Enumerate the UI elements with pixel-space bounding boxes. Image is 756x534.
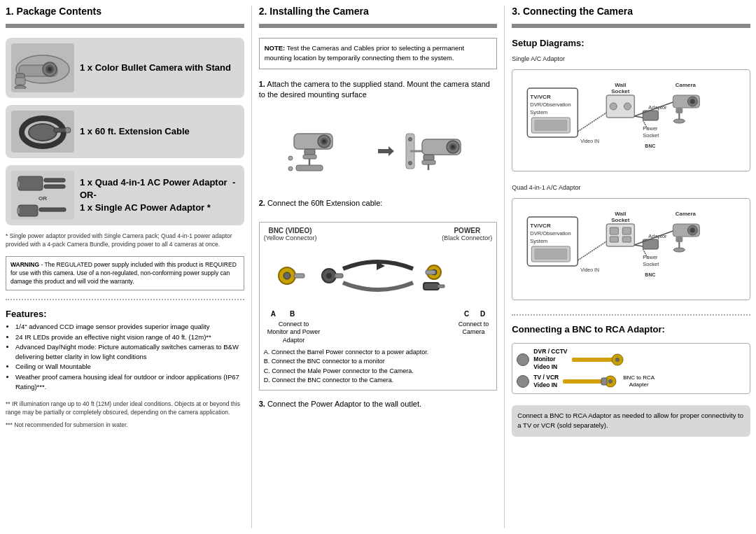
- divider-col2-col3: [504, 6, 505, 528]
- item-adaptor-label: 1 x Quad 4-in-1 AC Power Adaptor -OR-1 x…: [80, 176, 239, 215]
- svg-point-105: [674, 248, 685, 252]
- camera-mount-svg: [284, 120, 368, 183]
- cable-illustration: [264, 244, 493, 307]
- connector-b: B: [290, 310, 295, 318]
- svg-rect-17: [18, 205, 38, 216]
- divider-1: [6, 299, 244, 300]
- svg-rect-95: [623, 237, 631, 242]
- svg-rect-44: [294, 274, 304, 278]
- svg-text:Wall: Wall: [615, 82, 626, 88]
- svg-rect-19: [17, 208, 20, 213]
- svg-rect-87: [535, 248, 568, 260]
- svg-rect-18: [39, 208, 66, 211]
- svg-rect-24: [304, 149, 315, 155]
- col1-header-bar: [6, 24, 244, 28]
- svg-point-36: [451, 146, 455, 149]
- bnc-row-dvr: DVR / CCTVMonitorVideo IN: [517, 348, 746, 371]
- features-section: Features: 1/4" advanced CCD image sensor…: [6, 309, 244, 392]
- features-list: 1/4" advanced CCD image sensor provides …: [6, 322, 244, 392]
- instruction-d: D. Connect the BNC connector to the Came…: [264, 376, 493, 386]
- install-step-1: 1. Attach the camera to the supplied sta…: [259, 79, 498, 101]
- col1-footnote2: ** IR illumination range up to 40 ft (12…: [6, 400, 244, 417]
- svg-rect-13: [18, 176, 43, 190]
- svg-rect-118: [601, 378, 607, 385]
- svg-text:Video IN: Video IN: [581, 267, 600, 272]
- camera-install-illustration: [259, 113, 498, 190]
- svg-text:System: System: [531, 238, 548, 244]
- quad-adaptor-icon: [15, 173, 71, 194]
- feature-item: Advanced Day/Night mode: Picture automat…: [15, 342, 244, 363]
- setup-diagrams-title: Setup Diagrams:: [512, 38, 750, 48]
- camera-image: [11, 43, 74, 92]
- svg-point-43: [284, 272, 290, 279]
- install-step-3: 3. Connect the Power Adaptor to the wall…: [259, 399, 498, 409]
- svg-point-64: [610, 103, 617, 110]
- camera-icon: [13, 47, 73, 89]
- svg-point-12: [65, 127, 71, 133]
- col1-footnote3: *** Not recommended for submersion in wa…: [6, 421, 244, 430]
- svg-text:Camera: Camera: [676, 211, 696, 217]
- adaptor-image: OR: [11, 171, 74, 220]
- bnc-sub: (Yellow Connector): [264, 234, 317, 241]
- instruction-b: B. Connect the BNC connector to a monito…: [264, 357, 493, 367]
- item-cable-label: 1 x 60 ft. Extension Cable: [80, 125, 190, 138]
- cable-image: [11, 111, 74, 153]
- item-camera-label: 1 x Color Bullet Camera with Stand: [80, 62, 231, 74]
- note-label: NOTE:: [265, 44, 286, 52]
- svg-text:Socket: Socket: [643, 261, 660, 267]
- single-adaptor-icon: [15, 203, 71, 218]
- cable-icon: [13, 113, 73, 151]
- svg-rect-92: [610, 227, 619, 234]
- svg-text:DVR/Observation: DVR/Observation: [531, 230, 571, 237]
- svg-text:Socket: Socket: [643, 132, 660, 139]
- svg-rect-94: [610, 237, 619, 242]
- svg-point-114: [615, 358, 620, 362]
- svg-rect-52: [424, 283, 439, 290]
- bnc-row-tvcr: TV / VCRVideo IN BNC to RCAAdapter: [517, 374, 746, 389]
- svg-marker-30: [378, 146, 394, 156]
- svg-line-110: [635, 245, 643, 246]
- cable-labels: BNC (VIDEO) (Yellow Connector) POWER (Bl…: [264, 227, 493, 241]
- svg-text:System: System: [531, 109, 548, 115]
- bnc-rca-description: Connect a BNC to RCA Adaptor as needed t…: [517, 412, 743, 429]
- features-title: Features:: [6, 309, 244, 319]
- svg-point-117: [608, 379, 612, 384]
- svg-text:DVR/Observation: DVR/Observation: [531, 101, 571, 108]
- col2-title: 2. Installing the Camera: [259, 6, 498, 17]
- svg-text:Video IN: Video IN: [581, 139, 600, 143]
- cable-connect-labels: Connect toMonitor and PowerAdaptor Conne…: [264, 321, 493, 345]
- feature-item: 1/4" advanced CCD image sensor provides …: [15, 322, 244, 332]
- feature-item: Ceiling or Wall Mountable: [15, 362, 244, 372]
- svg-point-72: [690, 99, 695, 104]
- svg-rect-37: [424, 155, 434, 160]
- bnc-adapter-label: BNC to RCAAdapter: [623, 374, 654, 389]
- divider-col1-col2: [251, 6, 252, 528]
- svg-text:Socket: Socket: [612, 217, 631, 223]
- col1-footnote1: * Single power adaptor provided with Sin…: [6, 232, 244, 249]
- svg-rect-73: [676, 108, 683, 113]
- svg-text:Socket: Socket: [612, 88, 631, 94]
- tvcr-connector-circle: [517, 375, 529, 388]
- note-text: Test the Cameras and Cables prior to sel…: [265, 44, 465, 62]
- svg-rect-6: [15, 78, 25, 85]
- connector-c: C: [464, 310, 469, 318]
- quad-adaptor-diagram: TV/VCR DVR/Observation System Wall Socke…: [512, 198, 750, 300]
- svg-point-28: [288, 156, 293, 160]
- svg-rect-93: [623, 227, 631, 234]
- column-2: 2. Installing the Camera NOTE: Test the …: [259, 6, 498, 528]
- dvr-connector-circle: [517, 353, 529, 366]
- svg-point-29: [288, 167, 293, 171]
- power-label-group: POWER (Black Connector): [442, 227, 492, 241]
- column-3: 3. Connecting the Camera Setup Diagrams:…: [512, 6, 750, 528]
- svg-line-76: [578, 113, 607, 132]
- power-label: POWER: [454, 227, 480, 234]
- svg-line-80: [635, 116, 643, 118]
- bnc-rca-description-box: Connect a BNC to RCA Adaptor as needed t…: [512, 405, 750, 437]
- svg-rect-25: [303, 155, 316, 159]
- install-step-2: 2. Connect the 60ft Extension cable:: [259, 198, 498, 209]
- connector-a: A: [271, 310, 276, 318]
- bnc-cable-svg: [572, 353, 628, 367]
- col3-title: 3. Connecting the Camera: [512, 6, 750, 17]
- col1-title: 1. Package Contents: [6, 6, 244, 17]
- bnc-rca-diagram: DVR / CCTVMonitorVideo IN TV / VCRVideo …: [512, 343, 750, 394]
